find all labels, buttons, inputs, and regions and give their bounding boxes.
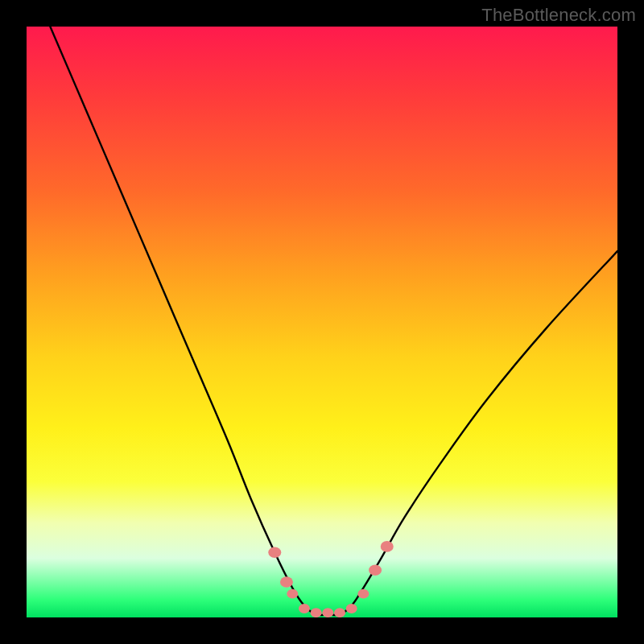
curve-marker [334,608,345,617]
curve-marker [322,608,333,617]
curve-marker [381,541,394,552]
watermark-text: TheBottleneck.com [481,5,636,26]
curve-marker [268,547,281,558]
curve-marker [357,589,369,599]
curve-marker [287,589,298,599]
curve-svg [27,27,617,617]
curve-marker [280,576,293,588]
curve-marker [346,604,357,613]
curve-markers [268,541,393,617]
plot-area [27,27,617,617]
curve-marker [299,604,310,613]
curve-marker [311,608,322,617]
chart-frame: TheBottleneck.com [0,0,644,644]
curve-marker [369,564,382,576]
bottleneck-curve [50,27,617,615]
